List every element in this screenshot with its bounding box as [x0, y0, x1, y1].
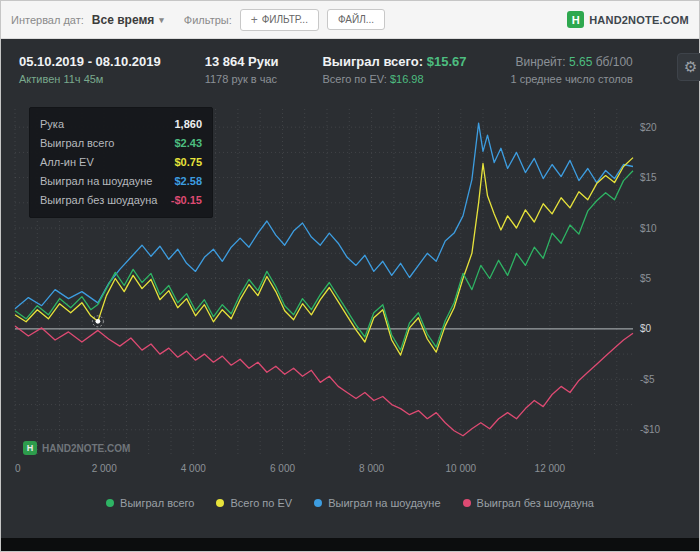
won-total-value: $15.67 — [427, 54, 467, 69]
plus-icon: + — [251, 14, 258, 26]
hands-count: 13 864 Руки — [205, 53, 279, 71]
y-tick-label: -$5 — [640, 374, 655, 385]
file-button[interactable]: ФАЙЛ... — [327, 9, 385, 30]
hand2note-watermark-icon: H — [23, 441, 37, 455]
won-total-label: Выиграл всего: — [322, 54, 423, 69]
legend-dot — [106, 499, 114, 507]
settings-button[interactable]: ⚙ — [677, 53, 700, 81]
ev-total-label: Всего по EV: — [322, 73, 386, 85]
tooltip-label: Выиграл без шоудауна — [40, 191, 157, 210]
tooltip-label: Алл-ин EV — [40, 153, 94, 172]
stats-header: 05.10.2019 - 08.10.2019 Активен 11ч 45м … — [11, 39, 689, 103]
y-tick-label: $0 — [640, 323, 652, 334]
winrate-block: Винрейт: 5.65 бб/100 1 среднее число сто… — [510, 53, 632, 87]
x-tick-label: 2 000 — [92, 463, 117, 474]
hands-per-hour: 1178 рук в час — [205, 71, 279, 87]
avg-tables: 1 среднее число столов — [510, 71, 632, 87]
date-interval-dropdown[interactable]: Все время ▾ — [92, 13, 164, 27]
legend-item-non-showdown[interactable]: Выиграл без шоудауна — [463, 497, 594, 509]
tooltip-label: Рука — [40, 115, 64, 134]
x-tick-label: 8 000 — [359, 463, 384, 474]
hand2note-brand[interactable]: H HAND2NOTE.COM — [567, 11, 689, 28]
gear-icon: ⚙ — [684, 58, 697, 76]
tooltip-value: $2.58 — [174, 172, 202, 191]
winrate-label: Винрейт: — [515, 55, 565, 69]
app-window: Интервал дат: Все время ▾ Фильтры: + ФИЛ… — [0, 0, 700, 552]
tooltip-value: 1,860 — [174, 115, 202, 134]
legend-dot — [463, 499, 471, 507]
chart-watermark: H HAND2NOTE.COM — [23, 441, 130, 455]
x-tick-label: 12 000 — [535, 463, 566, 474]
y-tick-label: $5 — [640, 273, 652, 284]
file-button-label: ФАЙЛ... — [338, 14, 374, 25]
tooltip-label: Выиграл на шоудауне — [40, 172, 152, 191]
y-tick-label: $15 — [640, 172, 657, 183]
legend-dot — [216, 499, 224, 507]
hover-marker-dot — [96, 319, 101, 324]
legend-label: Выиграл всего — [120, 497, 194, 509]
brand-text: HAND2NOTE.COM — [589, 14, 689, 26]
tooltip-row: Алл-ин EV$0.75 — [40, 153, 202, 172]
tooltip-value: $2.43 — [174, 134, 202, 153]
legend-label: Выиграл на шоудауне — [328, 497, 440, 509]
tooltip-row: Рука1,860 — [40, 115, 202, 134]
legend-dot — [314, 499, 322, 507]
add-filter-button[interactable]: + ФИЛЬТР... — [240, 9, 319, 31]
x-tick-label: 6 000 — [270, 463, 295, 474]
y-tick-label: $10 — [640, 223, 657, 234]
tooltip-label: Выиграл всего — [40, 134, 114, 153]
winnings-block: Выиграл всего: $15.67 Всего по EV: $16.9… — [322, 53, 466, 87]
add-filter-label: ФИЛЬТР... — [262, 14, 308, 25]
x-tick-label: 4 000 — [181, 463, 206, 474]
tooltip-value: $0.75 — [174, 153, 202, 172]
date-interval-value: Все время — [92, 13, 154, 27]
chart-area: 02 0004 0006 0008 00010 00012 000$20$15$… — [11, 103, 689, 489]
tooltip-value: -$0.15 — [171, 191, 202, 210]
ev-total-value: $16.98 — [390, 73, 424, 85]
hand2note-logo-icon: H — [567, 11, 584, 28]
y-tick-label: $20 — [640, 122, 657, 133]
top-toolbar: Интервал дат: Все время ▾ Фильтры: + ФИЛ… — [1, 1, 699, 39]
chart-legend: Выиграл всегоВсего по EVВыиграл на шоуда… — [11, 489, 689, 509]
bottom-strip — [1, 538, 699, 551]
report-panel: 05.10.2019 - 08.10.2019 Активен 11ч 45м … — [1, 39, 699, 538]
winrate-value: 5.65 — [569, 55, 592, 69]
chart-tooltip: Рука1,860Выиграл всего$2.43Алл-ин EV$0.7… — [29, 107, 213, 218]
legend-label: Выиграл без шоудауна — [477, 497, 594, 509]
date-interval-label: Интервал дат: — [11, 14, 84, 26]
x-tick-label: 0 — [15, 463, 21, 474]
tooltip-row: Выиграл всего$2.43 — [40, 134, 202, 153]
winrate-suffix: бб/100 — [596, 55, 633, 69]
x-tick-label: 10 000 — [446, 463, 477, 474]
legend-item-won-total[interactable]: Выиграл всего — [106, 497, 194, 509]
chevron-down-icon: ▾ — [159, 15, 164, 25]
hands-block: 13 864 Руки 1178 рук в час — [205, 53, 279, 87]
watermark-text: HAND2NOTE.COM — [42, 443, 130, 454]
active-time: Активен 11ч 45м — [19, 71, 161, 87]
y-tick-label: -$10 — [640, 424, 660, 435]
legend-label: Всего по EV — [230, 497, 292, 509]
filters-label: Фильтры: — [184, 14, 232, 26]
tooltip-row: Выиграл без шоудауна-$0.15 — [40, 191, 202, 210]
date-range: 05.10.2019 - 08.10.2019 — [19, 53, 161, 71]
date-range-block: 05.10.2019 - 08.10.2019 Активен 11ч 45м — [19, 53, 161, 87]
legend-item-showdown[interactable]: Выиграл на шоудауне — [314, 497, 440, 509]
legend-item-ev-total[interactable]: Всего по EV — [216, 497, 292, 509]
non-showdown-line — [15, 326, 633, 436]
tooltip-row: Выиграл на шоудауне$2.58 — [40, 172, 202, 191]
